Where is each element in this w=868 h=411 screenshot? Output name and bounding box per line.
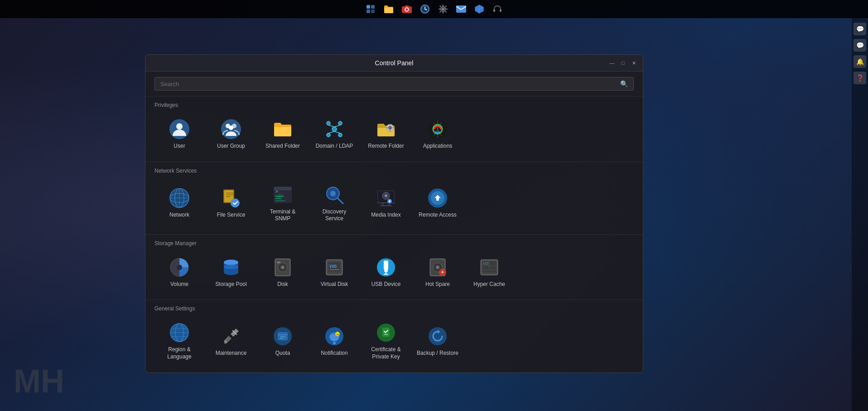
hyper-cache-label: Hyper Cache — [473, 281, 505, 288]
taskbar-mail-icon[interactable] — [455, 3, 468, 15]
search-input[interactable] — [160, 81, 617, 87]
item-shared-folder[interactable]: Shared Folder — [258, 114, 308, 155]
svg-point-64 — [385, 194, 387, 197]
storage-pool-label: Storage Pool — [215, 281, 246, 288]
network-icon — [169, 187, 190, 209]
item-backup[interactable]: Backup / Restore — [413, 317, 463, 365]
svg-rect-106 — [482, 271, 496, 272]
search-bar: 🔍 — [145, 72, 643, 96]
item-volume[interactable]: Volume — [154, 252, 204, 293]
usb-device-icon — [375, 256, 397, 278]
discovery-service-icon — [323, 184, 345, 206]
volume-label: Volume — [170, 281, 188, 288]
svg-point-73 — [177, 265, 182, 270]
svg-point-97 — [437, 266, 439, 268]
sidebar-chat-btn-2[interactable]: 💬 — [854, 39, 866, 52]
window-body: Privileges User — [145, 96, 643, 372]
user-group-label: User Group — [217, 143, 245, 150]
item-remote-access[interactable]: Remote Access — [413, 179, 463, 227]
certificate-icon — [375, 322, 397, 343]
mh-logo: MH — [14, 365, 64, 397]
taskbar-camera-icon[interactable] — [400, 3, 413, 15]
item-user-group[interactable]: User Group — [206, 114, 256, 155]
hot-spare-icon: + — [427, 256, 448, 278]
item-usb-device[interactable]: USB Device — [361, 252, 411, 293]
control-panel-window: Control Panel — □ ✕ 🔍 Privileges — [145, 54, 643, 373]
item-region-language[interactable]: Region & Language — [154, 317, 204, 365]
section-privileges-grid: User User Group — [154, 114, 634, 155]
svg-point-23 — [327, 121, 330, 125]
taskbar-clock-icon[interactable] — [419, 3, 431, 15]
applications-label: Applications — [423, 143, 453, 150]
item-domain-ldap[interactable]: Domain / LDAP — [309, 114, 359, 155]
section-network-services: Network Services Network — [145, 162, 643, 234]
svg-point-25 — [327, 133, 330, 137]
sidebar-chat-btn-1[interactable]: 💬 — [854, 23, 866, 35]
svg-rect-3 — [371, 10, 375, 13]
file-service-icon — [220, 187, 242, 209]
item-user[interactable]: User — [154, 114, 204, 155]
svg-point-47 — [231, 198, 240, 208]
sidebar-notification-btn[interactable]: 🔔 — [854, 55, 866, 68]
item-hyper-cache[interactable]: SSD Hyper Cache — [464, 252, 514, 293]
taskbar-grid-icon[interactable] — [364, 3, 377, 15]
svg-rect-87 — [329, 269, 339, 270]
item-remote-folder[interactable]: Remote Folder — [361, 114, 411, 155]
item-virtual-disk[interactable]: VHD Virtual Disk — [309, 252, 359, 293]
svg-point-17 — [176, 123, 183, 130]
item-hot-spare[interactable]: + Hot Spare — [413, 252, 463, 293]
sidebar-help-btn[interactable]: ❓ — [854, 72, 866, 84]
svg-rect-103 — [490, 261, 496, 265]
section-storage-manager-title: Storage Manager — [154, 240, 634, 247]
item-quota[interactable]: Quota — [258, 317, 308, 365]
item-storage-pool[interactable]: Storage Pool — [206, 252, 256, 293]
usb-device-label: USB Device — [371, 281, 401, 288]
applications-icon — [427, 118, 448, 140]
taskbar-package-icon[interactable] — [473, 3, 486, 15]
item-maintenance[interactable]: Maintenance — [206, 317, 256, 365]
item-file-service[interactable]: File Service — [206, 179, 256, 227]
section-general-settings-title: General Settings — [154, 305, 634, 312]
maintenance-icon — [220, 325, 242, 347]
item-discovery-service[interactable]: Discovery Service — [309, 179, 359, 227]
discovery-service-label: Discovery Service — [313, 208, 356, 222]
media-index-icon — [375, 187, 397, 209]
taskbar-headset-icon[interactable] — [491, 3, 504, 15]
svg-text:···: ··· — [337, 333, 339, 336]
backup-label: Backup / Restore — [417, 350, 458, 357]
svg-point-26 — [338, 133, 342, 137]
terminal-snmp-label: Terminal & SNMP — [261, 208, 304, 222]
item-applications[interactable]: Applications — [413, 114, 463, 155]
svg-point-76 — [224, 265, 238, 269]
hot-spare-label: Hot Spare — [425, 281, 450, 288]
remote-folder-icon — [375, 118, 397, 140]
user-group-icon — [220, 118, 242, 140]
hyper-cache-icon: SSD — [478, 256, 500, 278]
item-certificate[interactable]: Certificate & Private Key — [361, 317, 411, 365]
section-storage-manager-grid: Volume Storage Pool — [154, 252, 634, 293]
remote-folder-label: Remote Folder — [368, 143, 404, 150]
taskbar-folder-icon[interactable] — [382, 3, 395, 15]
svg-line-30 — [334, 131, 340, 133]
minimize-button[interactable]: — — [608, 59, 616, 67]
virtual-disk-label: Virtual Disk — [321, 281, 348, 288]
svg-point-22 — [332, 127, 337, 131]
taskbar-gear-icon[interactable] — [437, 3, 449, 15]
item-terminal-snmp[interactable]: >_ Terminal & SNMP — [258, 179, 308, 227]
disk-label: Disk — [277, 281, 288, 288]
section-network-services-title: Network Services — [154, 168, 634, 174]
item-media-index[interactable]: Media Index — [361, 179, 411, 227]
section-general-settings-grid: Region & Language Maintenance — [154, 317, 634, 365]
restore-button[interactable]: □ — [619, 59, 627, 67]
section-network-services-grid: Network File Servi — [154, 179, 634, 227]
search-input-wrap: 🔍 — [154, 77, 634, 91]
domain-ldap-label: Domain / LDAP — [316, 143, 353, 150]
item-notification[interactable]: ··· Notification — [309, 317, 359, 365]
svg-rect-117 — [278, 332, 288, 340]
notification-icon: ··· — [323, 325, 345, 347]
item-disk[interactable]: Disk — [258, 252, 308, 293]
item-network[interactable]: Network — [154, 179, 204, 227]
svg-text:SSD: SSD — [483, 262, 489, 266]
close-button[interactable]: ✕ — [630, 59, 637, 67]
svg-rect-89 — [384, 261, 388, 270]
